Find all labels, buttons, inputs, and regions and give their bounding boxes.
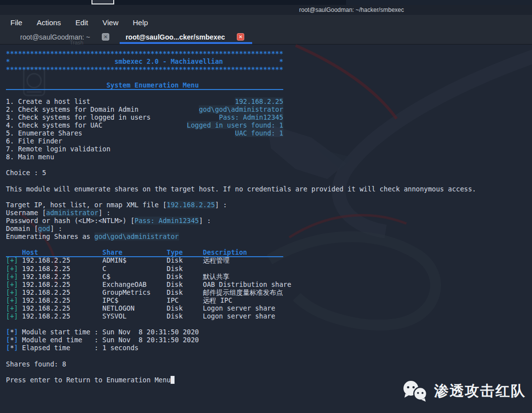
terminal-text: Module end time : Sun Nov 8 20:31:50 202… bbox=[18, 336, 199, 344]
terminal-text: ] : bbox=[50, 225, 62, 232]
menu-item-edit[interactable]: Edit bbox=[72, 17, 91, 28]
menu-item-actions[interactable]: Actions bbox=[34, 17, 64, 28]
wechat-icon bbox=[399, 379, 429, 403]
terminal-text: 192.168.2.25 ADMIN$ Disk 远程管理 bbox=[18, 256, 229, 264]
terminal-text: administrator bbox=[46, 209, 98, 217]
terminal-text: Target IP, host list, or nmap XML file [ bbox=[6, 201, 167, 209]
terminal-text: [+] bbox=[6, 265, 18, 273]
terminal-line: Shares found: 8 bbox=[6, 360, 528, 368]
terminal-text: Choice : 5 bbox=[6, 169, 46, 177]
terminal-text: 192.168.2.25 NETLOGON Disk Logon server … bbox=[18, 304, 275, 312]
watermark: 渗透攻击红队 bbox=[399, 379, 526, 403]
terminal-line: [*] Elapsed time : 1 seconds bbox=[6, 344, 528, 352]
terminal-text: 192.168.2.25 GroupMetrics Disk 邮件提示组度量标准… bbox=[18, 288, 283, 296]
terminal-text: ] : bbox=[199, 217, 211, 225]
terminal-text: 5. Enumerate Shares bbox=[6, 129, 235, 137]
terminal-text: god bbox=[38, 225, 50, 232]
terminal-line: [+] 192.168.2.25 ADMIN$ Disk 远程管理 bbox=[6, 256, 528, 264]
terminal-text: Pass: Admin12345 bbox=[219, 113, 283, 121]
screen: root@saulGoodman: ~/hacker/smbexec FileA… bbox=[0, 0, 532, 413]
terminal-line: Target IP, host list, or nmap XML file [… bbox=[6, 201, 528, 209]
terminal-line: 6. File Finder bbox=[6, 137, 528, 145]
menu-bar: FileActionsEditViewHelp bbox=[0, 15, 532, 30]
terminal-line: 7. Remote login validation bbox=[6, 145, 528, 153]
terminal-line: [+] 192.168.2.25 ExchangeOAB Disk OAB Di… bbox=[6, 280, 528, 288]
terminal-text: 192.168.2.25 bbox=[167, 201, 215, 209]
terminal-line: 8. Main menu bbox=[6, 153, 528, 161]
terminal-line: [*] Module start time : Sun Nov 8 20:31:… bbox=[6, 328, 528, 336]
terminal-text: 1. Create a host list bbox=[6, 97, 235, 105]
terminal-text: 192.168.2.25 SYSVOL Disk Logon server sh… bbox=[18, 312, 275, 320]
tab-close-icon[interactable]: ✕ bbox=[102, 33, 109, 41]
terminal-text: [ bbox=[6, 328, 10, 336]
terminal-text: This module will enumerate shares on the… bbox=[6, 185, 476, 193]
terminal-line bbox=[6, 161, 528, 169]
terminal-text: ****************************************… bbox=[6, 49, 283, 57]
terminal-output: ****************************************… bbox=[6, 49, 528, 384]
terminal-text: Press enter to Return to Enumeration Men… bbox=[6, 376, 171, 384]
terminal-line: 4. Check systems for UAC Logged in users… bbox=[6, 121, 528, 129]
terminal-tab-2[interactable]: root@saulGoo...cker/smbexec✕ bbox=[123, 30, 247, 44]
menu-item-help[interactable]: Help bbox=[130, 17, 151, 28]
terminal-text: Host Share Type Description bbox=[6, 248, 283, 256]
terminal-text: 3. Check systems for logged in users bbox=[6, 113, 219, 121]
tab-label: root@saulGoo...cker/smbexec bbox=[126, 33, 225, 41]
terminal-line bbox=[6, 368, 528, 376]
menu-item-file[interactable]: File bbox=[7, 17, 25, 28]
terminal-line: [+] 192.168.2.25 C Disk bbox=[6, 265, 528, 273]
terminal-text: 192.168.2.25 bbox=[235, 97, 283, 105]
tab-close-icon[interactable]: ✕ bbox=[237, 33, 244, 41]
terminal-line: [+] 192.168.2.25 IPC$ IPC 远程 IPC bbox=[6, 296, 528, 304]
terminal-text: Domain [ bbox=[6, 225, 38, 232]
terminal-line: [+] 192.168.2.25 SYSVOL Disk Logon serve… bbox=[6, 312, 528, 320]
terminal-text: ] : bbox=[98, 209, 110, 217]
terminal-text: Elapsed time : 1 seconds bbox=[18, 344, 138, 352]
terminal-text: 192.168.2.25 ExchangeOAB Disk OAB Distri… bbox=[18, 280, 291, 288]
desktop-panel bbox=[0, 0, 532, 5]
terminal-text: [+] bbox=[6, 304, 18, 312]
terminal-text: Enumerating Shares as bbox=[6, 232, 94, 240]
terminal-text: Module start time : Sun Nov 8 20:31:50 2… bbox=[18, 328, 199, 336]
terminal-line: 1. Create a host list 192.168.2.25 bbox=[6, 97, 528, 105]
terminal-text: Pass: Admin12345 bbox=[134, 217, 199, 225]
terminal-line: ****************************************… bbox=[6, 49, 528, 57]
window-title: root@saulGoodman: ~/hacker/smbexec bbox=[299, 6, 404, 13]
menu-item-view[interactable]: View bbox=[99, 17, 121, 28]
terminal-text: * smbexec 2.0 - Machiavellian * bbox=[6, 57, 283, 65]
terminal-text: god\god\administrator bbox=[199, 105, 283, 113]
terminal-line bbox=[6, 352, 528, 360]
terminal-text: Logged in users found: 1 bbox=[187, 121, 283, 129]
terminal-line: Choice : 5 bbox=[6, 169, 528, 177]
terminal-line: [+] 192.168.2.25 C$ Disk 默认共享 bbox=[6, 273, 528, 280]
terminal-text: Shares found: 8 bbox=[6, 360, 66, 368]
terminal-text: ] : bbox=[215, 201, 227, 209]
panel-window-outline bbox=[91, 0, 114, 4]
terminal-line bbox=[6, 320, 528, 328]
terminal-line: Username [administrator] : bbox=[6, 209, 528, 217]
terminal-line: [*] Module end time : Sun Nov 8 20:31:50… bbox=[6, 336, 528, 344]
terminal-line: 5. Enumerate Shares UAC found: 1 bbox=[6, 129, 528, 137]
watermark-label: 渗透攻击红队 bbox=[434, 381, 526, 401]
terminal-line: 3. Check systems for logged in users Pas… bbox=[6, 113, 528, 121]
terminal-line: System Enumeration Menu bbox=[6, 81, 528, 89]
terminal-text: ****************************************… bbox=[6, 65, 283, 73]
terminal-text: [+] bbox=[6, 312, 18, 320]
terminal-text: [+] bbox=[6, 296, 18, 304]
terminal-text: 8. Main menu bbox=[6, 153, 54, 161]
terminal-line: Password or hash (<LM>:<NTLM>) [Pass: Ad… bbox=[6, 217, 528, 225]
terminal-line bbox=[6, 89, 528, 97]
terminal-text: 6. File Finder bbox=[6, 137, 62, 145]
terminal-line: Host Share Type Description bbox=[6, 248, 528, 256]
terminal-line bbox=[6, 73, 528, 81]
terminal-line: This module will enumerate shares on the… bbox=[6, 185, 528, 193]
terminal-line: Domain [god] : bbox=[6, 225, 528, 232]
terminal-line: * smbexec 2.0 - Machiavellian * bbox=[6, 57, 528, 65]
terminal-text: [+] bbox=[6, 256, 18, 264]
terminal-tab-1[interactable]: root@saulGoodman: ~✕ bbox=[10, 30, 120, 44]
terminal-text: 192.168.2.25 IPC$ IPC 远程 IPC bbox=[18, 296, 232, 304]
window-titlebar[interactable]: root@saulGoodman: ~/hacker/smbexec bbox=[0, 5, 532, 15]
desktop-panel-segment bbox=[346, 0, 532, 5]
terminal-line: Enumerating Shares as god\god\administra… bbox=[6, 232, 528, 240]
terminal-line: ****************************************… bbox=[6, 65, 528, 73]
terminal-text: 2. Check systems for Domain Admin bbox=[6, 105, 199, 113]
